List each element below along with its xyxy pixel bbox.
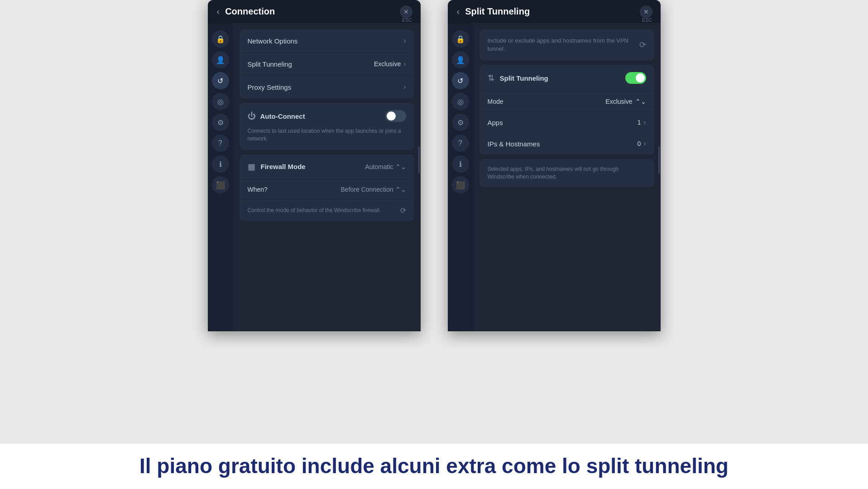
right-sidebar-icon-gear[interactable]: ⚙ (452, 114, 469, 131)
firewall-desc-row: Control the mode of behavior of the Wind… (240, 200, 414, 221)
ips-label: IPs & Hostnames (488, 140, 540, 148)
mode-value-text: Exclusive (605, 98, 632, 105)
left-close-icon: ✕ (403, 8, 409, 15)
right-scrollbar[interactable] (658, 146, 660, 174)
firewall-title: Firewall Mode (261, 163, 360, 170)
right-close-button[interactable]: ✕ (640, 5, 652, 18)
apps-count-value: 1 (637, 119, 641, 126)
proxy-settings-chevron: › (403, 83, 406, 91)
apps-row[interactable]: Apps 1 › (480, 112, 654, 133)
split-tunneling-right: Exclusive › (374, 60, 406, 68)
split-toggle-row: ⇅ Split Tunneling (480, 65, 654, 92)
right-window-header: ‹ Split Tunneling ✕ ESC (448, 0, 661, 23)
split-tunneling-toggle[interactable] (625, 72, 646, 84)
sidebar-icon-info[interactable]: ℹ (212, 155, 229, 173)
split-info-card: Include or exclude apps and hostnames fr… (480, 29, 654, 60)
apps-count-row: 1 › (637, 118, 646, 126)
mode-value-row: Exclusive ⌃⌄ (605, 98, 646, 105)
left-menu-card: Network Options › Split Tunneling Exclus… (240, 29, 414, 98)
right-sidebar-icon-target[interactable]: ◎ (452, 93, 469, 110)
split-tunneling-chevron: › (403, 60, 406, 68)
firewall-info-icon[interactable]: ⟳ (400, 206, 406, 215)
left-content: Network Options › Split Tunneling Exclus… (233, 23, 421, 331)
right-back-button[interactable]: ‹ (457, 6, 460, 17)
left-scrollbar[interactable] (418, 146, 420, 174)
firewall-card: ▦ Firewall Mode Automatic ⌃⌄ When? Befor… (240, 155, 414, 221)
firewall-header: ▦ Firewall Mode Automatic ⌃⌄ (240, 155, 414, 179)
firewall-mode-chevron: ⌃⌄ (395, 163, 406, 170)
mode-label: Mode (488, 98, 504, 105)
when-chevron: ⌃⌄ (395, 186, 406, 193)
split-info-refresh-icon: ⟳ (639, 40, 646, 50)
proxy-settings-item[interactable]: Proxy Settings › (240, 76, 414, 98)
autoconnect-title-row: ⏻ Auto-Connect (248, 111, 305, 121)
right-sidebar-icon-info[interactable]: ℹ (452, 155, 469, 173)
when-value: Before Connection (341, 186, 393, 193)
sidebar-icon-user[interactable]: 👤 (212, 51, 229, 68)
bottom-banner: Il piano gratuito include alcuni extra c… (0, 444, 868, 489)
left-window: ‹ Connection ✕ ESC 🔒 👤 ↺ ◎ ⚙ ? ℹ ⬛ (208, 0, 421, 331)
split-main-card: ⇅ Split Tunneling Mode Exclusive ⌃⌄ Apps (480, 65, 654, 155)
firewall-icon: ▦ (248, 162, 255, 172)
left-window-header: ‹ Connection ✕ ESC (208, 0, 421, 23)
ips-count-row: 0 › (637, 140, 646, 148)
right-sidebar-icon-user[interactable]: 👤 (452, 51, 469, 68)
autoconnect-toggle[interactable] (385, 110, 406, 122)
left-window-body: 🔒 👤 ↺ ◎ ⚙ ? ℹ ⬛ Network Options › (208, 23, 421, 331)
banner-text: Il piano gratuito include alcuni extra c… (139, 454, 729, 479)
autoconnect-description: Connects to last used location when the … (248, 127, 406, 143)
right-sidebar: 🔒 👤 ↺ ◎ ⚙ ? ℹ ⬛ (448, 23, 473, 331)
when-dropdown[interactable]: Before Connection ⌃⌄ (341, 186, 406, 193)
sidebar-icon-lock[interactable]: 🔒 (212, 30, 229, 48)
left-window-title: Connection (225, 6, 275, 17)
sidebar-icon-news[interactable]: ⬛ (212, 176, 229, 194)
sidebar-icon-refresh[interactable]: ↺ (212, 72, 229, 89)
ips-count-value: 0 (637, 140, 641, 147)
right-content: Include or exclude apps and hostnames fr… (473, 23, 661, 331)
network-options-item[interactable]: Network Options › (240, 29, 414, 53)
sidebar-icon-target[interactable]: ◎ (212, 93, 229, 110)
ips-row[interactable]: IPs & Hostnames 0 › (480, 133, 654, 155)
autoconnect-card: ⏻ Auto-Connect Connects to last used loc… (240, 103, 414, 150)
right-sidebar-icon-help[interactable]: ? (452, 135, 469, 152)
right-sidebar-icon-news[interactable]: ⬛ (452, 176, 469, 194)
sidebar-icon-help[interactable]: ? (212, 135, 229, 152)
left-back-button[interactable]: ‹ (217, 6, 220, 17)
proxy-settings-label: Proxy Settings (248, 83, 292, 91)
right-close-icon: ✕ (643, 8, 649, 15)
autoconnect-title: Auto-Connect (260, 112, 305, 120)
autoconnect-icon: ⏻ (248, 111, 256, 121)
split-tunneling-value: Exclusive (374, 60, 401, 68)
firewall-mode-value: Automatic (365, 163, 393, 170)
right-esc-label: ESC (642, 17, 652, 23)
split-tunneling-label: Split Tunneling (248, 60, 292, 68)
right-window: ‹ Split Tunneling ✕ ESC 🔒 👤 ↺ ◎ ⚙ ? ℹ ⬛ (448, 0, 661, 331)
ips-chevron: › (643, 140, 646, 148)
autoconnect-header: ⏻ Auto-Connect (248, 110, 406, 122)
network-options-right: › (403, 37, 406, 45)
split-tunneling-item[interactable]: Split Tunneling Exclusive › (240, 53, 414, 76)
selected-note-card: Selected apps, IPs, and hostnames will n… (480, 159, 654, 187)
mode-row: Mode Exclusive ⌃⌄ (480, 92, 654, 112)
network-options-chevron: › (403, 37, 406, 45)
right-window-title: Split Tunneling (465, 6, 530, 17)
mode-dropdown-icon: ⌃⌄ (635, 98, 646, 105)
right-sidebar-icon-lock[interactable]: 🔒 (452, 30, 469, 48)
left-esc-label: ESC (402, 17, 412, 23)
apps-label: Apps (488, 119, 503, 126)
sidebar-icon-gear[interactable]: ⚙ (212, 114, 229, 131)
right-sidebar-icon-refresh[interactable]: ↺ (452, 72, 469, 89)
when-row: When? Before Connection ⌃⌄ (240, 179, 414, 200)
apps-chevron: › (643, 118, 646, 126)
right-window-body: 🔒 👤 ↺ ◎ ⚙ ? ℹ ⬛ Include or exclude apps … (448, 23, 661, 331)
selected-note-text: Selected apps, IPs, and hostnames will n… (488, 165, 646, 181)
split-tunneling-main-label: Split Tunneling (500, 74, 620, 82)
firewall-mode-dropdown[interactable]: Automatic ⌃⌄ (365, 163, 406, 170)
when-label: When? (248, 186, 268, 193)
proxy-settings-right: › (403, 83, 406, 91)
split-info-text: Include or exclude apps and hostnames fr… (488, 37, 635, 53)
network-options-label: Network Options (248, 37, 298, 45)
firewall-description: Control the mode of behavior of the Wind… (248, 207, 400, 214)
split-tunneling-icon: ⇅ (488, 73, 494, 83)
left-close-button[interactable]: ✕ (400, 5, 412, 18)
